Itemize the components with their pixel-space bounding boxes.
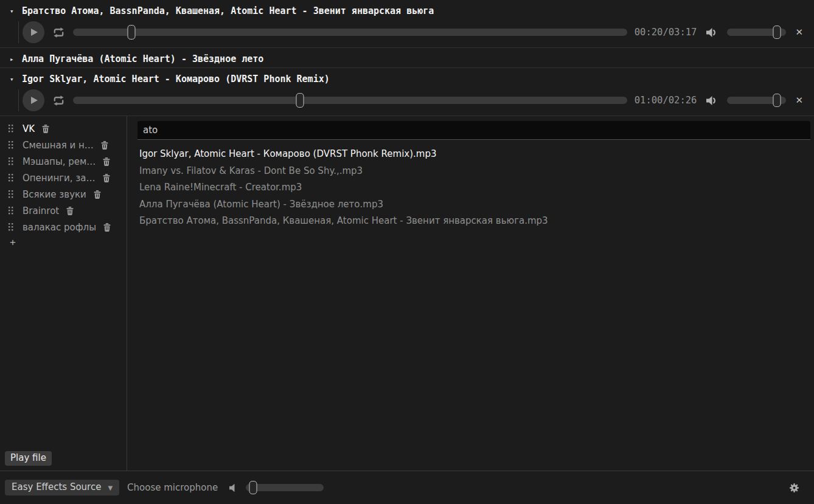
drag-handle-icon[interactable] [9, 125, 13, 133]
time-display: 00:20/03:17 [635, 27, 697, 38]
track-player: ▾ Igor Sklyar, Atomic Heart - Комарово (… [0, 68, 814, 116]
sidebar-tab[interactable]: Brainrot [0, 202, 127, 219]
repeat-button[interactable] [52, 26, 66, 40]
play-file-button[interactable]: Play file [5, 451, 52, 466]
tab-label: Опенинги, за… [23, 173, 96, 184]
repeat-icon [52, 94, 66, 108]
player-close-button[interactable]: ✕ [795, 28, 803, 37]
track-title: Алла Пугачёва (Atomic Heart) - Звёздное … [22, 54, 263, 64]
drag-handle-icon[interactable] [9, 190, 13, 198]
tab-label: валакас рофлы [23, 222, 96, 233]
sidebar-tab[interactable]: Опенинги, за… [0, 170, 127, 186]
volume-icon [706, 27, 717, 38]
microphone-volume-slider[interactable] [246, 481, 324, 494]
indent-guide [18, 89, 19, 111]
volume-slider[interactable] [727, 94, 786, 107]
seek-slider-track [73, 97, 627, 104]
delete-tab-button[interactable] [66, 207, 74, 215]
drag-handle-icon[interactable] [9, 207, 13, 215]
track-title-row[interactable]: ▾ Братство Атома, BassnPanda, Квашеная, … [0, 0, 814, 19]
sidebar: VK Смешная и н… [0, 116, 127, 471]
tab-label: Всякие звуки [23, 189, 86, 200]
drag-handle-icon[interactable] [9, 174, 13, 182]
delete-tab-button[interactable] [103, 174, 110, 182]
seek-slider-track [73, 29, 627, 36]
file-list-item[interactable]: Алла Пугачёва (Atomic Heart) - Звёздное … [139, 196, 810, 213]
sidebar-tab[interactable]: валакас рофлы [0, 219, 127, 235]
track-title-row[interactable]: ▾ Igor Sklyar, Atomic Heart - Комарово (… [0, 68, 814, 88]
volume-icon [706, 95, 717, 106]
repeat-button[interactable] [52, 94, 66, 108]
play-button[interactable] [23, 89, 44, 111]
close-icon: ✕ [795, 95, 803, 106]
trash-icon [103, 174, 110, 182]
choose-microphone-label: Choose microphone [127, 482, 218, 493]
delete-tab-button[interactable] [101, 141, 108, 150]
volume-slider-handle[interactable] [773, 94, 781, 107]
sidebar-spacer [0, 249, 127, 451]
time-display: 01:00/02:26 [635, 95, 697, 106]
trash-icon [101, 141, 108, 150]
tab-label: Brainrot [23, 205, 59, 216]
tab-label: VK [23, 123, 35, 134]
player-controls: 00:20/03:17 ✕ [0, 19, 814, 47]
track-title: Igor Sklyar, Atomic Heart - Комарово (DV… [22, 74, 330, 85]
trash-icon [103, 157, 110, 166]
seek-slider-handle[interactable] [296, 93, 304, 108]
track-title-row[interactable]: ▸ Алла Пугачёва (Atomic Heart) - Звёздно… [0, 48, 814, 67]
disclosure-icon[interactable]: ▾ [10, 75, 16, 83]
source-selector-dropdown[interactable]: Easy Effects Source ▼ [5, 480, 119, 495]
track-player: ▾ Братство Атома, BassnPanda, Квашеная, … [0, 0, 814, 48]
mic-slider-track [246, 484, 324, 491]
file-list: Igor Sklyar, Atomic Heart - Комарово (DV… [137, 146, 810, 230]
sidebar-tab[interactable]: VK [0, 120, 127, 137]
main-panel: Igor Sklyar, Atomic Heart - Комарово (DV… [127, 116, 814, 471]
player-close-button[interactable]: ✕ [795, 96, 803, 105]
trash-icon [66, 207, 74, 215]
file-list-item[interactable]: Lena Raine!Minecraft - Creator.mp3 [139, 179, 810, 196]
source-selector-label: Easy Effects Source [12, 482, 101, 492]
players-section: ▾ Братство Атома, BassnPanda, Квашеная, … [0, 0, 814, 116]
settings-button[interactable] [788, 482, 800, 494]
player-controls: 01:00/02:26 ✕ [0, 88, 814, 116]
gear-icon [788, 482, 800, 494]
add-tab-button[interactable]: + [0, 235, 16, 249]
file-list-item[interactable]: Imany vs. Filatov & Karas - Dont Be So S… [139, 163, 810, 180]
sidebar-tab[interactable]: Смешная и н… [0, 137, 127, 153]
search-input[interactable] [137, 121, 810, 140]
tab-label: Мэшапы, рем… [23, 156, 96, 167]
trash-icon [103, 223, 111, 232]
disclosure-icon[interactable]: ▾ [10, 7, 16, 15]
drag-handle-icon[interactable] [9, 157, 13, 165]
seek-slider-handle[interactable] [127, 25, 135, 40]
seek-slider[interactable] [73, 93, 627, 108]
muted-speaker-icon [229, 483, 238, 492]
mic-slider-handle[interactable] [249, 481, 257, 494]
tab-list: VK Смешная и н… [0, 120, 127, 235]
play-button[interactable] [23, 21, 44, 43]
chevron-down-icon: ▼ [108, 483, 113, 491]
volume-slider-handle[interactable] [773, 26, 781, 39]
sidebar-tab[interactable]: Мэшапы, рем… [0, 153, 127, 170]
tab-label: Смешная и н… [23, 140, 94, 151]
trash-icon [94, 190, 101, 199]
track-title: Братство Атома, BassnPanda, Квашеная, At… [22, 5, 434, 16]
seek-slider[interactable] [73, 25, 627, 40]
volume-slider[interactable] [727, 26, 786, 39]
sidebar-tab[interactable]: Всякие звуки [0, 186, 127, 202]
play-icon [30, 96, 38, 105]
trash-icon [42, 125, 49, 133]
play-icon [30, 28, 38, 36]
file-list-item[interactable]: Братство Атома, BassnPanda, Квашеная, At… [139, 213, 810, 230]
track-player: ▸ Алла Пугачёва (Atomic Heart) - Звёздно… [0, 48, 814, 68]
repeat-icon [52, 26, 66, 40]
file-list-item[interactable]: Igor Sklyar, Atomic Heart - Комарово (DV… [139, 146, 810, 163]
bottom-bar: Easy Effects Source ▼ Choose microphone [0, 471, 814, 504]
delete-tab-button[interactable] [103, 223, 111, 232]
drag-handle-icon[interactable] [9, 141, 13, 149]
disclosure-icon[interactable]: ▸ [10, 55, 16, 63]
delete-tab-button[interactable] [103, 157, 110, 166]
drag-handle-icon[interactable] [9, 223, 13, 231]
delete-tab-button[interactable] [94, 190, 101, 199]
delete-tab-button[interactable] [42, 125, 49, 133]
